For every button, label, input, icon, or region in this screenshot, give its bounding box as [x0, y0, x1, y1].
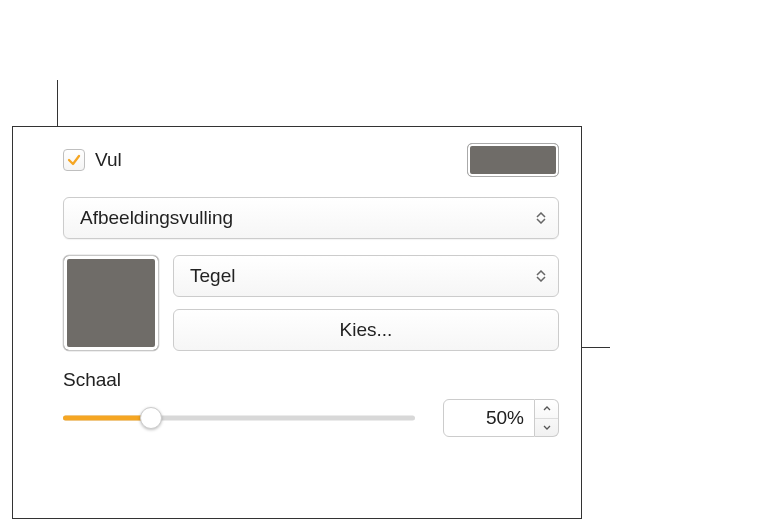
scale-label: Schaal: [63, 369, 559, 391]
fill-scale-mode-select[interactable]: Tegel: [173, 255, 559, 297]
fill-header-row: Vul: [63, 141, 559, 179]
scale-value-text: 50%: [486, 407, 524, 429]
fill-scale-mode-value: Tegel: [190, 265, 235, 287]
scale-slider[interactable]: [63, 406, 415, 430]
scale-value-field[interactable]: 50%: [443, 399, 535, 437]
scale-value-group: 50%: [443, 399, 559, 437]
fill-type-value: Afbeeldingsvulling: [80, 207, 233, 229]
fill-checkbox-group: Vul: [63, 149, 122, 171]
image-controls-column: Tegel Kies...: [173, 255, 559, 351]
fill-panel: Vul Afbeeldingsvulling Tegel Kies... Sch…: [12, 126, 582, 519]
fill-color-swatch[interactable]: [467, 143, 559, 177]
fill-label: Vul: [95, 149, 122, 171]
fill-checkbox[interactable]: [63, 149, 85, 171]
image-fill-row: Tegel Kies...: [63, 255, 559, 351]
scale-row: 50%: [63, 399, 559, 437]
stepper-down-button[interactable]: [535, 419, 558, 437]
chevron-updown-icon: [536, 212, 546, 224]
slider-thumb[interactable]: [140, 407, 162, 429]
choose-button-label: Kies...: [340, 319, 393, 341]
stepper-up-button[interactable]: [535, 400, 558, 419]
checkmark-icon: [67, 153, 81, 167]
scale-stepper: [535, 399, 559, 437]
image-well[interactable]: [63, 255, 159, 351]
choose-image-button[interactable]: Kies...: [173, 309, 559, 351]
slider-fill: [63, 416, 151, 421]
chevron-updown-icon: [536, 270, 546, 282]
fill-type-select[interactable]: Afbeeldingsvulling: [63, 197, 559, 239]
